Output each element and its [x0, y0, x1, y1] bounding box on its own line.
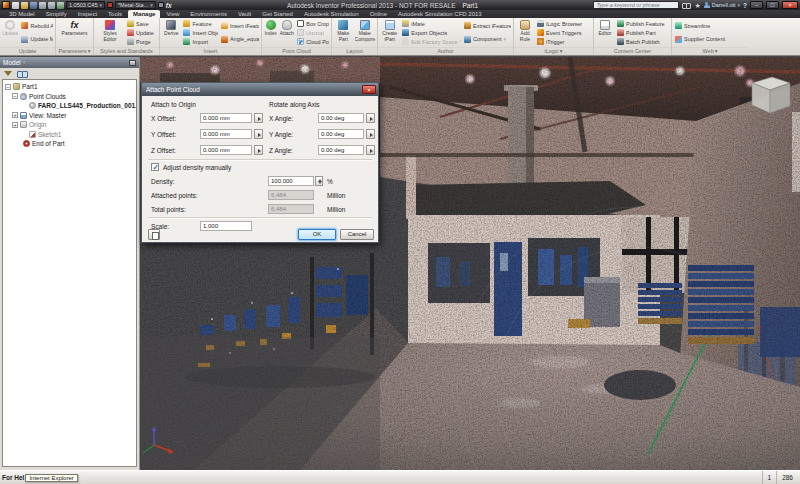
publish-part-button[interactable]: Publish Part — [616, 28, 666, 37]
density-input[interactable] — [268, 176, 314, 186]
collapse-icon[interactable]: − — [5, 84, 11, 90]
event-triggers-button[interactable]: Event Triggers — [536, 28, 583, 37]
ilogic-browser-button[interactable]: iLogic Browser — [536, 19, 583, 28]
x-offset-flyout-button[interactable] — [254, 113, 263, 123]
open-file-icon[interactable] — [21, 2, 28, 9]
styles-purge-button[interactable]: Purge — [126, 37, 155, 46]
tab-environments[interactable]: Environments — [185, 10, 232, 18]
rebuild-all-button[interactable]: Rebuild All — [20, 21, 53, 30]
tree-item-point-clouds[interactable]: − Point Clouds — [3, 92, 136, 102]
tab-manage[interactable]: Manage — [128, 10, 160, 18]
y-offset-input[interactable] — [200, 129, 252, 139]
extract-ifeature-button[interactable]: Extract iFeature — [463, 21, 511, 30]
minimize-button[interactable]: − — [750, 1, 763, 9]
z-offset-input[interactable] — [200, 145, 252, 155]
group-label-ilogic[interactable]: iLogic▾ — [514, 47, 593, 55]
z-angle-input[interactable] — [318, 145, 364, 155]
index-button[interactable]: Index — [264, 19, 277, 46]
view-cube[interactable] — [752, 77, 790, 113]
styles-update-button[interactable]: Update — [126, 28, 155, 37]
component-button[interactable]: Component▾ — [463, 35, 511, 44]
adjust-density-checkbox[interactable]: ✓ — [151, 163, 159, 171]
styles-save-button[interactable]: Save — [126, 19, 155, 28]
appearance-swatch-icon[interactable] — [107, 2, 113, 8]
insert-object-button[interactable]: Insert Object — [182, 28, 217, 37]
density-spinner[interactable] — [315, 176, 323, 186]
help-icon[interactable]: ? — [743, 2, 747, 9]
collapse-icon[interactable]: − — [12, 93, 18, 99]
save-icon[interactable] — [30, 2, 37, 9]
search-icon[interactable] — [682, 2, 691, 9]
tree-item-origin[interactable]: + Origin — [3, 120, 136, 130]
batch-publish-button[interactable]: Batch Publish — [616, 37, 666, 46]
tab-autodesk-simulation[interactable]: Autodesk Simulation — [299, 10, 364, 18]
publish-feature-button[interactable]: Publish Feature — [616, 19, 666, 28]
user-account[interactable]: Darrell.ott ▾ — [704, 2, 740, 8]
parameters-button[interactable]: fx Parameters — [60, 19, 90, 46]
add-rule-button[interactable]: Add Rule — [516, 19, 534, 46]
scale-input[interactable] — [200, 221, 252, 231]
z-angle-flyout-button[interactable] — [366, 145, 375, 155]
tab-3d-model[interactable]: 3D Model — [4, 10, 40, 18]
tree-item-faro-scan[interactable]: FARO_LLS445_Production_001.1_4.6:1 — [3, 101, 136, 111]
group-label-parameters[interactable]: Parameters▾ — [56, 47, 93, 55]
color-swatch-icon[interactable] — [158, 2, 164, 8]
imate-button[interactable]: iMate — [401, 19, 461, 28]
make-components-button[interactable]: Make Components — [355, 19, 375, 46]
z-offset-flyout-button[interactable] — [254, 145, 263, 155]
taskbar-tooltip[interactable]: Internet Explorer — [25, 474, 77, 482]
maximize-button[interactable]: □ — [766, 1, 779, 9]
update-mass-button[interactable]: Update Mass — [20, 35, 53, 44]
itrigger-button[interactable]: iTrigger — [536, 37, 583, 46]
content-editor-button[interactable]: Editor — [596, 19, 614, 46]
create-ipart-button[interactable]: Create iPart — [380, 19, 399, 46]
tab-online[interactable]: Online — [365, 10, 392, 18]
tab-get-started[interactable]: Get Started — [257, 10, 298, 18]
browser-header[interactable]: Model ▾ — [0, 57, 139, 68]
box-crop-button[interactable]: Box Crop — [296, 19, 329, 28]
dialog-help-button[interactable] — [148, 229, 160, 240]
streamline-button[interactable]: Streamline — [674, 21, 726, 30]
styles-editor-button[interactable]: Styles Editor — [96, 19, 124, 46]
filter-icon[interactable] — [4, 71, 12, 76]
dialog-close-button[interactable]: × — [362, 85, 376, 94]
favorites-star-icon[interactable]: ★ — [694, 2, 700, 9]
x-angle-flyout-button[interactable] — [366, 113, 375, 123]
feature-button[interactable]: Feature — [182, 19, 217, 28]
style-combo[interactable]: 1.0503 C45 ▾ — [66, 1, 105, 9]
y-angle-input[interactable] — [318, 129, 364, 139]
tab-simplify[interactable]: Simplify — [41, 10, 72, 18]
x-offset-input[interactable] — [200, 113, 252, 123]
derive-button[interactable]: Derive — [162, 19, 180, 46]
application-menu-button[interactable] — [2, 1, 10, 9]
tab-inspect[interactable]: Inspect — [73, 10, 102, 18]
close-button[interactable]: × — [782, 1, 798, 9]
y-angle-flyout-button[interactable] — [366, 129, 375, 139]
return-icon[interactable] — [57, 2, 64, 9]
attach-button[interactable]: Attach — [279, 19, 294, 46]
export-objects-button[interactable]: Export Objects — [401, 28, 461, 37]
tree-item-sketch1[interactable]: Sketch1 — [3, 130, 136, 140]
tree-item-part1[interactable]: − Part1 — [3, 82, 136, 92]
redo-icon[interactable] — [48, 2, 55, 9]
material-combo[interactable]: *Metal-Sta... ▾ — [115, 1, 156, 9]
parameters-fx-icon[interactable]: fx — [166, 2, 172, 9]
undo-icon[interactable] — [39, 2, 46, 9]
tab-vault[interactable]: Vault — [233, 10, 256, 18]
cloud-point-button[interactable]: Cloud Point — [296, 37, 329, 46]
cancel-button[interactable]: Cancel — [340, 229, 374, 240]
tree-item-end-of-part[interactable]: End of Part — [3, 139, 136, 149]
tab-tools[interactable]: Tools — [103, 10, 127, 18]
tab-autodesk-simulation-cfd[interactable]: Autodesk Simulation CFD 2013 — [393, 10, 487, 18]
make-part-button[interactable]: Make Part — [334, 19, 353, 46]
browser-layout-icon[interactable] — [129, 60, 136, 66]
expand-icon[interactable]: + — [12, 112, 18, 118]
tab-view[interactable]: View — [161, 10, 184, 18]
tree-item-view-master[interactable]: + View: Master — [3, 111, 136, 121]
y-offset-flyout-button[interactable] — [254, 129, 263, 139]
angle-equal-button[interactable]: Angle_equal▾ — [220, 35, 259, 44]
import-button[interactable]: Import — [182, 37, 217, 46]
ok-button[interactable]: OK — [298, 229, 336, 240]
new-file-icon[interactable] — [12, 2, 19, 9]
x-angle-input[interactable] — [318, 113, 364, 123]
